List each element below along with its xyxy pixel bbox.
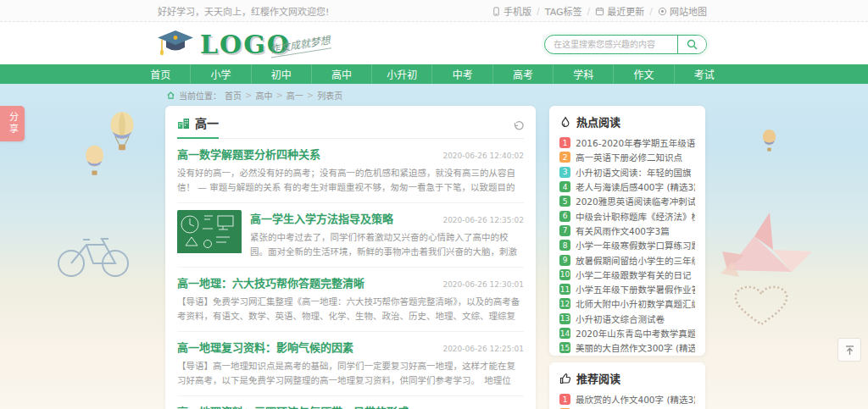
article-summary: 【导语】免费学习网汇集整理《高一地理：六大技巧帮你答题完整清晰》，以及的高考备考… — [177, 295, 524, 323]
breadcrumb: 当前位置： 首页 > 高中 > 高一 > 列表页 — [166, 89, 342, 102]
nav-item-senior[interactable]: 高中 — [311, 64, 371, 84]
hot-reading-panel: 热点阅读 12016-2020年春学期五年级语文下期末模拟 2高一英语下册必修二… — [549, 106, 705, 356]
bicycle-decoration — [53, 229, 134, 279]
topbar: 好好学习，天天向上，红樱作文网欢迎您! 手机版 / TAG标签 / 最近更新 /… — [0, 0, 868, 22]
article-date: 2020-06-26 12:35:02 — [442, 216, 524, 224]
back-to-top-button[interactable] — [837, 338, 861, 362]
article-title-link[interactable]: 高一学生入学方法指导及策略 — [250, 210, 393, 226]
site-header: LOGO 作文成就梦想 — [0, 23, 868, 64]
rank-badge: 14 — [559, 328, 570, 339]
hot-list-item[interactable]: 52020雅思英语阅读临考冲刺试题附答案 — [559, 194, 695, 208]
rank-badge: 4 — [559, 181, 570, 192]
recent-update-icon — [595, 7, 604, 16]
article-item: 高一数学解题要分析四种关系 2020-06-26 12:40:02 没有好的高一… — [177, 139, 524, 203]
breadcrumb-prefix: 当前位置： — [179, 89, 221, 102]
search-input[interactable] — [545, 36, 677, 53]
refresh-button[interactable] — [512, 120, 524, 138]
hot-list-item[interactable]: 10小学二年级跟数学有关的日记 — [559, 268, 695, 282]
sand-heart-decoration — [724, 280, 798, 329]
search-icon — [687, 39, 698, 50]
recommend-reading-list: 1最欣赏的人作文400字 (精选3篇) 2关于感恩的中考满分作文600字 — [559, 392, 695, 409]
chalkboard-image — [177, 210, 242, 253]
rank-badge: 7 — [559, 225, 570, 236]
topbar-links: 手机版 / TAG标签 / 最近更新 / 网站地图 — [492, 4, 707, 18]
content-stage: 分享 当前位置： 首页 > 高中 > 高一 > 列表页 高一 高一数学解题要分析… — [0, 84, 868, 409]
flame-icon — [559, 116, 571, 128]
rank-badge: 11 — [559, 284, 570, 295]
topbar-separator: / — [537, 6, 540, 17]
article-thumbnail[interactable] — [177, 210, 242, 259]
topbar-link-mobile[interactable]: 手机版 — [492, 4, 531, 18]
hot-list-item[interactable]: 8小学一年级寒假数学口算练习题三篇 — [559, 238, 695, 252]
phone-icon — [492, 7, 501, 16]
article-title-link[interactable]: 高一地理资料：三圈环流与气压带、风带的形成 — [177, 403, 409, 409]
sitemap-icon — [658, 7, 667, 16]
hot-list-item[interactable]: 13小升初语文综合测试卷 — [559, 312, 695, 326]
hot-list-item[interactable]: 15美丽的大自然作文300字 (精选3篇) — [559, 340, 695, 355]
hot-list-item[interactable]: 6中级会计职称题库《经济法》检测题 — [559, 208, 695, 223]
breadcrumb-separator: > — [307, 91, 314, 100]
hot-list-item[interactable]: 2高一英语下册必修二知识点 — [559, 150, 695, 164]
topbar-link-sitemap[interactable]: 网站地图 — [658, 4, 707, 18]
article-title-link[interactable]: 高一地理复习资料：影响气候的因素 — [177, 339, 353, 355]
article-item: 高一地理资料：三圈环流与气压带、风带的形成 2020-06-26 12:20:0… — [177, 396, 524, 409]
nav-item-xiaoshengchu[interactable]: 小升初 — [371, 64, 431, 84]
share-button[interactable]: 分享 — [0, 106, 25, 141]
nav-item-junior[interactable]: 初中 — [251, 64, 311, 84]
nav-item-zhongkao[interactable]: 中考 — [431, 64, 492, 84]
hot-reading-list: 12016-2020年春学期五年级语文下期末模拟 2高一英语下册必修二知识点 3… — [559, 135, 695, 355]
rank-badge: 6 — [559, 211, 570, 222]
article-item: 高一地理复习资料：影响气候的因素 2020-06-26 12:25:01 【导语… — [177, 332, 524, 396]
topbar-link-tags[interactable]: TAG标签 — [545, 4, 582, 18]
topbar-link-recent[interactable]: 最近更新 — [595, 4, 644, 18]
hot-list-item[interactable]: 9放暑假期间留给小学生的三年级英语作文范文 — [559, 252, 695, 267]
paper-crane-decoration — [721, 211, 815, 285]
recommend-reading-panel: 推荐阅读 1最欣赏的人作文400字 (精选3篇) 2关于感恩的中考满分作文600… — [549, 362, 705, 409]
nav-item-gaokao[interactable]: 高考 — [492, 64, 553, 84]
hot-list-item[interactable]: 4老人与海读后感400字 (精选3篇) — [559, 180, 695, 194]
hot-air-balloon-decoration — [761, 129, 777, 154]
breadcrumb-home[interactable]: 首页 — [225, 89, 242, 102]
article-summary: 没有好的高一，必然没有好的高考；没有高一的危机感和紧迫感，就没有高三的从容自信！… — [177, 166, 524, 195]
rank-badge: 5 — [559, 196, 570, 207]
breadcrumb-listpage[interactable]: 列表页 — [317, 89, 342, 102]
recommend-list-item[interactable]: 1最欣赏的人作文400字 (精选3篇) — [559, 392, 695, 406]
nav-item-primary[interactable]: 小学 — [190, 64, 250, 84]
rank-badge: 1 — [559, 394, 570, 405]
search-button[interactable] — [677, 36, 706, 53]
nav-item-zuowen[interactable]: 作文 — [613, 64, 673, 84]
rank-badge: 1 — [559, 137, 570, 148]
breadcrumb-senior[interactable]: 高中 — [255, 89, 272, 102]
article-item: 高一学生入学方法指导及策略 2020-06-26 12:35:02 紧张的中考过… — [177, 203, 524, 268]
article-title-link[interactable]: 高一地理：六大技巧帮你答题完整清晰 — [177, 274, 364, 290]
hot-list-item[interactable]: 11小学五年级下册数学暑假作业答案【20-61 — [559, 282, 695, 296]
search-bar — [544, 35, 707, 54]
nav-item-kaoshi[interactable]: 考试 — [674, 64, 734, 84]
rank-badge: 9 — [559, 255, 570, 266]
article-date: 2020-06-26 12:30:01 — [442, 280, 524, 289]
hot-list-item[interactable]: 7有关风雨作文400字3篇 — [559, 224, 695, 238]
hot-list-item[interactable]: 142020年山东青岛中考数学真题 (已公布) — [559, 326, 695, 340]
article-summary: 【导语】高一地理知识点是高考的基础，同学们一定要复习好高一地理，这样才能在复习好… — [177, 359, 524, 388]
undo-icon — [512, 120, 524, 132]
nav-item-home[interactable]: 首页 — [131, 64, 190, 84]
hot-air-balloon-decoration — [107, 111, 137, 155]
hot-list-item[interactable]: 12北师大附中小升初数学真题汇编 — [559, 296, 695, 311]
hot-reading-title: 热点阅读 — [576, 113, 620, 130]
section-title: 高一 — [195, 114, 219, 131]
rank-badge: 12 — [559, 298, 570, 309]
breadcrumb-grade1[interactable]: 高一 — [287, 89, 303, 102]
article-date: 2020-06-26 12:40:02 — [442, 152, 524, 160]
article-title-link[interactable]: 高一数学解题要分析四种关系 — [177, 146, 320, 162]
hot-list-item[interactable]: 3小升初语文阅读：年轻的国旗 — [559, 165, 695, 180]
topbar-separator: / — [587, 6, 591, 17]
thumbs-up-icon — [559, 373, 571, 384]
building-icon — [177, 117, 190, 130]
article-list-panel: 高一 高一数学解题要分析四种关系 2020-06-26 12:40:02 没有好… — [165, 106, 536, 409]
nav-item-subjects[interactable]: 学科 — [553, 64, 613, 84]
hot-list-item[interactable]: 12016-2020年春学期五年级语文下期末模拟 — [559, 135, 695, 150]
share-label: 分享 — [6, 112, 19, 135]
article-date: 2020-06-26 12:25:01 — [442, 345, 524, 353]
hot-air-balloon-decoration — [83, 145, 106, 179]
article-summary: 紧张的中考过去了，同学们怀着激动又兴奋的心情跨入了高中的校园。面对全新的生活环境… — [250, 230, 524, 259]
